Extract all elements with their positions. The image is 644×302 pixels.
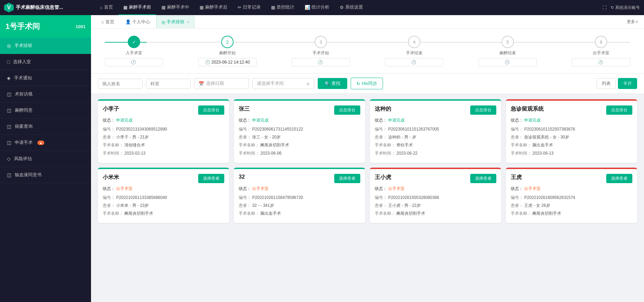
step-5-circle: 5 [501,36,514,48]
step-2-circle: 2 [221,36,234,48]
nav-home[interactable]: ⌂ 首页 [95,0,118,15]
nav-preanesthesia[interactable]: ▦ 麻醉手术前 [118,0,156,15]
account-label: ↻ 系统演示账号 [611,5,640,11]
enter-icon: □ [7,59,10,65]
card-wanghu-opname: 手术名称： 阑尾炎切割手术 [511,210,632,217]
tab-personal[interactable]: 👤 个人中心 [121,16,155,28]
intraop-icon: ▦ [161,5,166,10]
card-zhezongde-header: 这种的 点击排台 [375,105,496,115]
sidebar-item-consent[interactable]: ◫ 麻醉同意 [0,102,91,119]
sidebar-item-notice[interactable]: ◈ 手术通知 [0,70,91,86]
card-xiaomimi-header: 小米米 选择患者 [103,174,224,183]
card-xiaolizi-patient: 患者： 小李子 - 男 - 21岁 [103,134,224,141]
step-6: 6 出手术室 🕐 [572,36,630,66]
card-zhangsan-name: 张三 [239,105,250,113]
card-zhezongde-action-btn[interactable]: 点击排台 [470,105,496,115]
step-2: 2 麻醉开始 🕐 2023-06-12 14:12:40 [198,36,257,66]
step-6-time[interactable]: 🕐 [572,58,630,66]
card-emergency-id: 编号： P20230610115250738367​6 [511,126,632,133]
card-wangxiaohu: 王小虎 选择患者 状态： 出手术室 编号： P20221026150532806… [370,168,501,223]
card-wanghu-status-value: 出手术室 [524,186,541,191]
records-icon: ◫ [7,124,11,129]
calendar-icon: 📅 [199,81,204,86]
card-emergency-opname: 手术名称： 脑出血手术 [511,142,632,148]
sidebar-item-enter[interactable]: □ 选择入室 [0,54,91,70]
card-32-id: 编号： P20221026115647959672​0 [239,194,360,201]
card-wangxiaohu-status-value: 出手术室 [388,186,405,191]
card-xiaolizi-action-btn[interactable]: 点击排台 [198,105,224,115]
nav-daily[interactable]: ✏ 日常记录 [233,0,265,15]
tab-schedule[interactable]: ◎ 手术排班 × [156,16,194,28]
card-wanghu-action-btn[interactable]: 选择患者 [606,174,632,183]
sidebar-item-previsit[interactable]: ◫ 术前访视 [0,86,91,102]
step-6-label: 出手术室 [593,50,609,56]
card-xiaolizi-optime: 手术时间： 2023-02-13 [103,150,224,157]
tab-home[interactable]: ⌂ 首页 [97,16,119,28]
sidebar-item-records[interactable]: ◫ 病案查询 [0,119,91,135]
nav-stats[interactable]: 📊 统计分析 [300,0,334,15]
card-32: 32 选择患者 状态： 出手术室 编号： P202210261156479596… [234,168,365,223]
card-wanghu-id: 编号： P20221026160956263157​4 [511,194,632,201]
list-view-btn[interactable]: 列表 [597,78,616,89]
sidebar-item-transfusion[interactable]: ◫ 输血液同意书 [0,167,91,183]
step-2-label: 麻醉开始 [219,50,236,56]
card-zhangsan-opname: 手术名称： 阑尾炎切割手术 [239,142,360,148]
card-zhezongde-name: 这种的 [375,105,391,113]
card-emergency-optime: 手术时间： 2023-06-13 [511,150,632,157]
card-emergency-patient: 患者： 急诊留观系统 - 女 - 30岁 [511,134,632,141]
top-nav: V 手术麻醉临床信息管... ⌂ 首页 ▦ 麻醉手术前 ▦ 麻醉手术中 ▦ 麻醉… [0,0,644,15]
nav-settings[interactable]: ⚙ 系统设置 [335,0,368,15]
card-zhezongde: 这种的 点击排台 状态： 申请完成 编号： P20230610115126376… [370,99,501,163]
schedule-icon: ◎ [7,43,11,48]
step-3-circle: 3 [315,36,327,48]
nav-intraop[interactable]: ▦ 麻醉手术中 [157,0,194,15]
card-wangxiaohu-header: 王小虎 选择患者 [375,174,496,183]
nav-postop[interactable]: ▦ 麻醉手术后 [195,0,232,15]
nav-right: ⛶ ↻ 系统演示账号 [602,5,640,11]
consent-icon: ◫ [7,108,11,113]
settings-icon: ⚙ [340,5,344,10]
card-zhangsan-status-value: 申请完成 [252,118,269,123]
fullscreen-btn[interactable]: ⛶ [602,5,607,10]
card-zhangsan-id: 编号： P20230606173114551512​2 [239,126,360,133]
preanesthesia-icon: ▦ [123,5,127,10]
card-xiaolizi: 小李子 点击排台 状态： 申请完成 编号： P20230213104306951… [98,99,229,163]
step-5-label: 麻醉结束 [499,50,516,56]
search-button[interactable]: 🔍 查找 [318,78,347,89]
his-sync-button[interactable]: ↻ His同步 [351,78,383,89]
step-4-time[interactable]: 🕐 [385,58,443,66]
sidebar-item-risk[interactable]: ◇ 风险评估 [0,151,91,167]
tab-schedule-icon: ◎ [161,20,165,25]
step-5-time[interactable]: 🕐 [478,58,537,66]
sidebar-item-apply[interactable]: ◫ 申请手术 ▲ [0,135,91,151]
step-2-time[interactable]: 🕐 2023-06-12 14:12:40 [198,58,257,66]
step-3-time[interactable]: 🕐 [292,58,350,66]
apply-icon: ◫ [7,140,11,145]
transfusion-icon: ◫ [7,172,11,178]
date-picker[interactable]: 📅 选择日期 [194,78,249,89]
step-1-time[interactable]: 🕐 [105,58,163,66]
filter-bar: 📅 选择日期 请选择手术间 ∨ 🔍 查找 ↻ His同步 列表 卡片 [91,74,644,94]
step-5: 5 麻醉结束 🕐 [478,36,537,66]
room-select[interactable]: 请选择手术间 ∨ [252,78,314,89]
card-xiaomimi-action-btn[interactable]: 选择患者 [198,174,224,183]
card-emergency-action-btn[interactable]: 点击排台 [606,105,632,115]
card-view-btn[interactable]: 卡片 [618,78,637,89]
sidebar-item-schedule[interactable]: ◎ 手术排班 [0,38,91,54]
card-32-action-btn[interactable]: 选择患者 [334,174,360,183]
step-4: 4 手术结束 🕐 [385,36,443,66]
card-wangxiaohu-action-btn[interactable]: 选择患者 [470,174,496,183]
progress-line [105,42,630,43]
view-toggle: 列表 卡片 [597,78,637,89]
patient-name-input[interactable] [98,79,143,89]
nav-qc[interactable]: ▦ 质控统计 [266,0,299,15]
department-input[interactable] [146,79,191,89]
card-xiaomimi-status: 状态： 出手术室 [103,186,224,192]
card-wangxiaohu-opname: 手术名称： 阑尾炎切割手术 [375,210,496,217]
tab-more-btn[interactable]: 更多∨ [627,19,639,25]
card-zhangsan-action-btn[interactable]: 点击排台 [334,105,360,115]
step-1: ✓ 入手术室 🕐 [105,36,163,66]
clock-icon-5: 🕐 [505,60,510,65]
tab-close-icon[interactable]: × [187,20,189,24]
card-zhezongde-patient: 患者： 这种的 - 男 - 岁 [375,134,496,141]
